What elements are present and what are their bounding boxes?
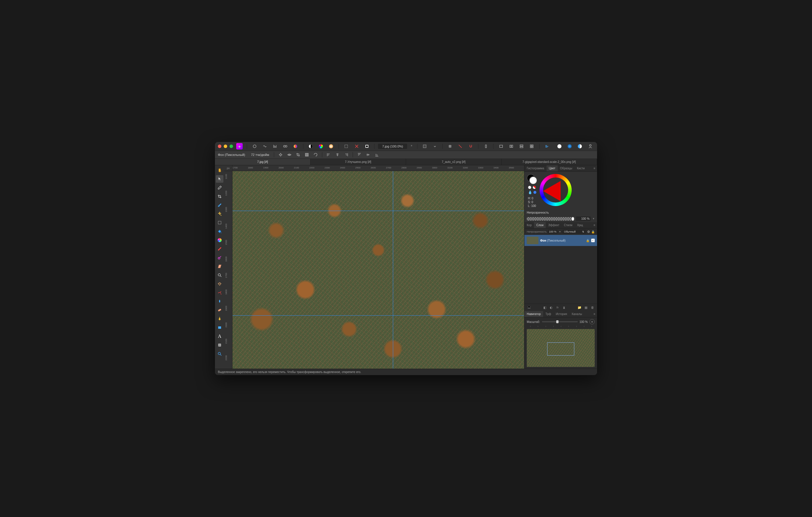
arrange-1-icon[interactable] xyxy=(497,143,505,150)
selection-marquee-icon[interactable] xyxy=(342,143,350,150)
crop-2-icon[interactable] xyxy=(303,152,310,158)
mask-icon[interactable]: ◧ xyxy=(543,305,547,310)
tab-brushes[interactable]: Кисти xyxy=(575,165,587,171)
blend-mode-dropdown[interactable]: Обычный ⇅ xyxy=(562,230,586,234)
layer-opacity-field[interactable]: 100 % xyxy=(548,230,558,234)
layer-visibility-checkbox[interactable]: ✓ xyxy=(591,239,595,242)
crop-1-icon[interactable] xyxy=(295,152,301,158)
maximize-window-button[interactable] xyxy=(230,145,233,148)
rectangle-tool[interactable] xyxy=(216,324,224,331)
layer-lock-icon[interactable]: 🔒 xyxy=(591,230,595,234)
align-icon[interactable] xyxy=(543,143,551,150)
hand-tool[interactable] xyxy=(216,166,224,174)
minimize-window-button[interactable] xyxy=(224,145,227,148)
view-zoom-tool[interactable] xyxy=(216,350,224,358)
magic-wand-tool[interactable] xyxy=(216,210,224,218)
move-tool[interactable] xyxy=(216,175,224,183)
align-bottom-icon[interactable] xyxy=(373,152,380,158)
lock-icon[interactable]: 🔒 xyxy=(586,239,589,242)
delete-layer-icon[interactable]: 🗑 xyxy=(590,305,595,310)
clone-tool[interactable] xyxy=(216,280,224,287)
persona-develop-icon[interactable] xyxy=(271,143,279,150)
tab-stock[interactable]: Хрщ xyxy=(575,222,585,228)
crop-tool[interactable] xyxy=(216,193,224,200)
align-right-icon[interactable] xyxy=(343,152,350,158)
blur-tool[interactable] xyxy=(216,298,224,305)
persona-liquify-icon[interactable] xyxy=(261,143,269,150)
align-hcenter-icon[interactable] xyxy=(334,152,341,158)
adjustment-1-icon[interactable] xyxy=(556,143,563,150)
navigator-viewport-rect[interactable] xyxy=(547,342,574,356)
pen-tool[interactable] xyxy=(216,315,224,323)
selection-invert-icon[interactable] xyxy=(353,143,360,150)
live-filter-icon[interactable]: ⧗ xyxy=(562,305,567,310)
arrange-4-icon[interactable] xyxy=(528,143,536,150)
snapping-off-icon[interactable] xyxy=(457,143,464,150)
adjustment-2-icon[interactable] xyxy=(566,143,574,150)
align-top-icon[interactable] xyxy=(356,152,363,158)
tab-styles[interactable]: Стили xyxy=(562,222,575,228)
blend-ranges-icon[interactable] xyxy=(527,305,531,310)
tab-layers[interactable]: Слои xyxy=(534,222,546,228)
healing-tool[interactable] xyxy=(216,306,224,314)
tab-transform[interactable]: Трф xyxy=(543,311,553,317)
tab-channels[interactable]: Каналы xyxy=(569,311,584,317)
arrange-3-icon[interactable] xyxy=(517,143,525,150)
snapping-magnet-icon[interactable] xyxy=(467,143,474,150)
marquee-tool[interactable] xyxy=(216,219,224,226)
zoom-in-button[interactable]: + xyxy=(589,319,595,324)
view-mode-icon[interactable] xyxy=(421,143,429,150)
guide-horizontal[interactable] xyxy=(232,211,524,211)
eyedropper-icon[interactable]: 💧 xyxy=(528,190,532,194)
document-name-field[interactable]: 7.jpg (100.0%) xyxy=(378,144,407,149)
ruler-vertical[interactable]: 1100120013001400150016001700180019002000… xyxy=(224,171,232,369)
tab-swatches[interactable]: Образцы xyxy=(558,165,575,171)
gradient-tool[interactable] xyxy=(216,236,224,244)
tab-navigator[interactable]: Навигатор xyxy=(524,311,543,317)
zoom-value-field[interactable]: 100 % xyxy=(580,320,588,324)
tab-adjustments[interactable]: Кор xyxy=(524,222,534,228)
color-swatch-pair[interactable] xyxy=(527,174,537,184)
mesh-tool[interactable] xyxy=(216,341,224,349)
fx-icon[interactable]: fx xyxy=(555,305,560,310)
align-vcenter-icon[interactable] xyxy=(365,152,372,158)
tab-history[interactable]: История xyxy=(553,311,569,317)
lasso-icon[interactable] xyxy=(312,152,319,158)
close-window-button[interactable] xyxy=(218,145,221,148)
canvas[interactable] xyxy=(232,171,524,369)
document-tab[interactable]: 7-gigapixel-standard-scale-2_00x.png [И] xyxy=(502,159,597,165)
gradient-icon[interactable] xyxy=(327,143,335,150)
ruler-horizontal[interactable]: px 1700180019002000210022002300240025002… xyxy=(224,165,524,171)
paint-brush-tool[interactable] xyxy=(216,245,224,253)
align-left-icon[interactable] xyxy=(325,152,332,158)
reset-colors-icon[interactable] xyxy=(528,186,531,189)
group-icon[interactable]: 📁 xyxy=(577,305,582,310)
adjustment-3-icon[interactable] xyxy=(576,143,584,150)
panel-menu-icon[interactable]: ≡ xyxy=(592,222,597,228)
opacity-slider[interactable] xyxy=(527,217,574,221)
add-pixel-layer-icon[interactable]: ▦ xyxy=(584,305,588,310)
text-tool[interactable]: A xyxy=(216,333,224,340)
contrast-icon[interactable] xyxy=(307,143,315,150)
panel-menu-icon[interactable]: ≡ xyxy=(592,311,597,317)
persona-export-icon[interactable] xyxy=(292,143,299,150)
persona-tone-icon[interactable] xyxy=(281,143,289,150)
color-picker-tool[interactable] xyxy=(216,184,224,191)
zoom-slider[interactable] xyxy=(542,321,578,322)
opacity-dropdown-icon[interactable]: ▼ xyxy=(592,217,595,220)
quick-mask-icon[interactable] xyxy=(363,143,371,150)
grid-icon[interactable] xyxy=(446,143,454,150)
opacity-value-field[interactable]: 100 % xyxy=(576,216,591,221)
assistant-icon[interactable] xyxy=(482,143,490,150)
selection-brush-tool[interactable] xyxy=(216,202,224,209)
account-icon[interactable] xyxy=(586,143,594,150)
guide-vertical[interactable] xyxy=(393,171,393,369)
arrange-2-icon[interactable] xyxy=(507,143,515,150)
erase-tool[interactable] xyxy=(216,263,224,270)
document-tab[interactable]: 7.jpg [И] xyxy=(215,159,311,165)
zoom-blur-tool[interactable] xyxy=(216,271,224,279)
eye-icon[interactable] xyxy=(286,152,293,158)
document-tab[interactable]: 7-Улучшено.png [И] xyxy=(311,159,406,165)
tab-color[interactable]: Цвет xyxy=(547,165,558,171)
paint-mixer-tool[interactable] xyxy=(216,254,224,262)
